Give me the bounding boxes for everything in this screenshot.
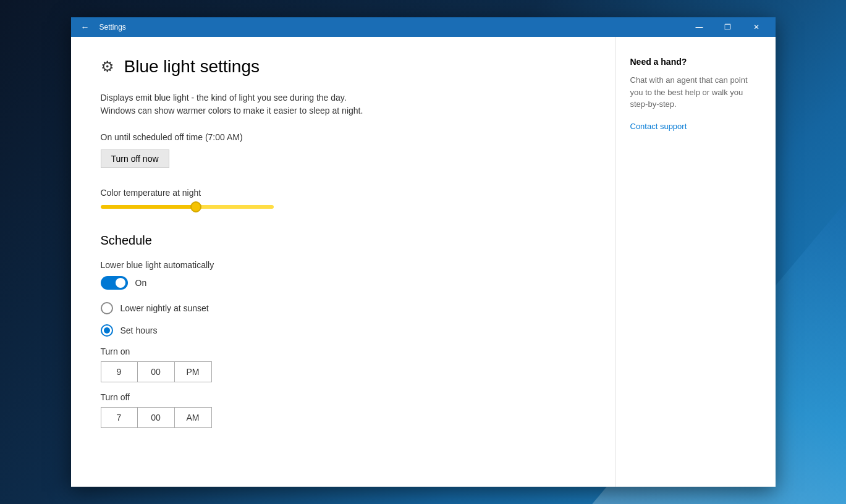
page-header: ⚙ Blue light settings <box>101 57 585 77</box>
help-title: Need a hand? <box>630 57 761 67</box>
toggle-track <box>101 276 128 290</box>
color-temp-slider-container <box>101 205 274 209</box>
close-button[interactable]: ✕ <box>742 17 771 37</box>
settings-window: ← Settings — ❐ ✕ ⚙ Blue light settings D… <box>71 17 776 487</box>
turn-off-time-picker: 7 00 AM <box>101 407 585 428</box>
turn-on-time-picker: 9 00 PM <box>101 361 585 382</box>
turn-on-label: Turn on <box>101 346 585 356</box>
turn-on-minute[interactable]: 00 <box>138 361 175 382</box>
page-description: Displays emit blue light - the kind of l… <box>101 91 484 117</box>
blue-light-toggle[interactable] <box>101 276 128 290</box>
toggle-thumb <box>116 278 125 288</box>
turn-on-hour[interactable]: 9 <box>101 361 138 382</box>
color-temp-label: Color temperature at night <box>101 188 585 198</box>
slider-track <box>101 205 274 209</box>
radio-hours-option[interactable]: Set hours <box>101 324 585 337</box>
main-content: ⚙ Blue light settings Displays emit blue… <box>71 37 615 487</box>
window-title: Settings <box>99 23 685 32</box>
restore-button[interactable]: ❐ <box>714 17 742 37</box>
minimize-button[interactable]: — <box>685 17 714 37</box>
slider-thumb[interactable] <box>190 201 201 212</box>
radio-sunset-circle <box>101 302 113 314</box>
schedule-heading: Schedule <box>101 233 585 248</box>
turn-off-hour[interactable]: 7 <box>101 407 138 428</box>
page-title: Blue light settings <box>124 57 260 77</box>
radio-sunset-option[interactable]: Lower nightly at sunset <box>101 302 585 314</box>
turn-off-period[interactable]: AM <box>175 407 212 428</box>
auto-lower-label: Lower blue light automatically <box>101 260 585 270</box>
window-controls: — ❐ ✕ <box>685 17 771 37</box>
turn-on-period[interactable]: PM <box>175 361 212 382</box>
turn-off-minute[interactable]: 00 <box>138 407 175 428</box>
turn-off-time-label: Turn off <box>101 392 585 402</box>
toggle-row: On <box>101 276 585 290</box>
radio-sunset-label: Lower nightly at sunset <box>121 303 209 313</box>
gear-icon: ⚙ <box>101 58 114 75</box>
sidebar-panel: Need a hand? Chat with an agent that can… <box>615 37 776 487</box>
titlebar: ← Settings — ❐ ✕ <box>71 17 776 37</box>
back-icon: ← <box>81 22 90 32</box>
content-area: ⚙ Blue light settings Displays emit blue… <box>71 37 776 487</box>
help-description: Chat with an agent that can point you to… <box>630 74 761 111</box>
status-text: On until scheduled off time (7:00 AM) <box>101 132 585 142</box>
back-button[interactable]: ← <box>76 20 95 35</box>
radio-hours-label: Set hours <box>121 326 158 335</box>
radio-hours-circle <box>101 324 113 337</box>
contact-support-link[interactable]: Contact support <box>630 122 687 131</box>
toggle-label: On <box>135 278 147 288</box>
turn-off-now-button[interactable]: Turn off now <box>101 149 169 168</box>
